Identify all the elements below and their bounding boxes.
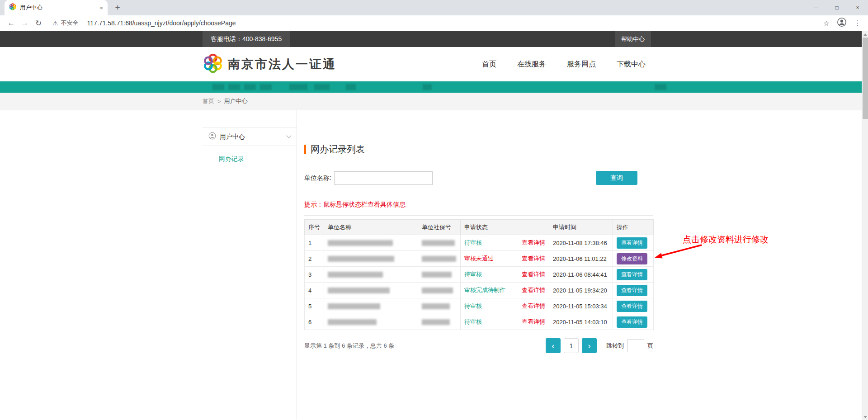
- records-summary: 显示第 1 条到 6 条记录，总共 6 条: [304, 342, 394, 350]
- window-maximize-button[interactable]: □: [826, 0, 847, 15]
- service-phone: 客服电话：400-838-6955: [203, 31, 290, 47]
- query-button[interactable]: 查询: [596, 171, 637, 185]
- status-text: 待审核: [464, 302, 482, 310]
- apply-time: 2020-11-08 17:38:46: [549, 235, 613, 251]
- scrollbar-up-icon[interactable]: [862, 31, 868, 38]
- tab-title: 用户中心: [20, 4, 96, 12]
- nav-item-online-services[interactable]: 在线服务: [517, 60, 546, 69]
- nav-item-download-center[interactable]: 下载中心: [617, 60, 646, 69]
- apply-time: 2020-11-05 19:34:20: [549, 283, 613, 298]
- prev-page-button[interactable]: ‹: [546, 338, 561, 353]
- jump-page-input[interactable]: [627, 340, 644, 352]
- col-ssn: 单位社保号: [418, 220, 461, 235]
- redacted-ssn: [422, 303, 450, 309]
- nav-item-service-outlets[interactable]: 服务网点: [567, 60, 596, 69]
- tab-close-icon[interactable]: ×: [99, 5, 103, 11]
- row-time: 2020-11-08 17:38:46: [553, 240, 607, 246]
- nav-item-home[interactable]: 首页: [482, 60, 496, 69]
- redacted-ssn: [422, 256, 456, 262]
- table-row: 3 待审核 查看详情 2020-11-06 08:44:41 查看详情: [305, 267, 654, 283]
- row-action-button[interactable]: 查看详情: [617, 285, 647, 296]
- redacted-company-name: [328, 319, 377, 325]
- scrollbar-down-icon[interactable]: [862, 414, 868, 420]
- table-row: 1 待审核 查看详情 2020-11-08 17:38:46 查看详情: [305, 235, 654, 251]
- back-icon[interactable]: ←: [5, 19, 18, 28]
- detail-link[interactable]: 查看详情: [522, 302, 545, 310]
- security-label: 不安全: [61, 19, 79, 27]
- new-tab-button[interactable]: +: [111, 1, 124, 14]
- site-favicon-icon: [9, 3, 16, 12]
- redacted-banner-block: [423, 84, 432, 90]
- window-close-button[interactable]: ×: [847, 0, 868, 15]
- page-number-button[interactable]: 1: [564, 338, 579, 353]
- col-index: 序号: [305, 220, 324, 235]
- table-header-row: 序号 单位名称 单位社保号 申请状态 申请时间 操作: [305, 220, 654, 235]
- pagination: ‹ 1 › 跳转到 页: [546, 338, 653, 353]
- browser-menu-icon[interactable]: ⋮: [854, 19, 861, 27]
- row-time: 2020-11-05 19:34:20: [553, 287, 607, 294]
- redacted-company-name: [328, 288, 390, 293]
- breadcrumb: 首页 > 用户中心: [0, 93, 862, 110]
- row-index: 4: [305, 283, 324, 298]
- row-action-button[interactable]: 修改资料: [617, 253, 647, 264]
- row-time: 2020-11-06 11:01:22: [553, 255, 607, 262]
- row-action-button[interactable]: 查看详情: [617, 269, 647, 280]
- table-row: 2 审核未通过 查看详情 2020-11-06 11:01:22 修改资料: [305, 251, 654, 267]
- company-name-input[interactable]: [334, 171, 433, 185]
- help-center-link[interactable]: 帮助中心: [615, 31, 651, 47]
- sidebar: 用户中心 网办记录: [203, 110, 297, 420]
- sidebar-title: 用户中心: [220, 133, 283, 141]
- divider: [304, 215, 653, 216]
- sidebar-user-center[interactable]: 用户中心: [203, 127, 297, 146]
- scrollbar-thumb[interactable]: [863, 38, 868, 119]
- redacted-banner-block: [655, 84, 666, 90]
- redacted-company-name: [328, 256, 394, 262]
- row-action-button[interactable]: 查看详情: [617, 301, 647, 312]
- apply-time: 2020-11-05 14:03:10: [549, 314, 613, 330]
- forward-icon[interactable]: →: [18, 19, 32, 28]
- site-header: 南京市法人一证通 首页 在线服务 服务网点 下载中心: [0, 47, 862, 81]
- apply-time: 2020-11-06 11:01:22: [549, 251, 613, 267]
- status-text: 审核未通过: [464, 255, 494, 263]
- redacted-banner-block: [346, 84, 356, 90]
- window-minimize-button[interactable]: ─: [806, 0, 826, 15]
- company-name-label: 单位名称:: [304, 174, 331, 182]
- browser-tab-strip: 用户中心 × + ─ □ ×: [0, 0, 868, 15]
- table-row: 5 待审核 查看详情 2020-11-05 15:03:34 查看详情: [305, 298, 654, 314]
- scrollbar[interactable]: [862, 31, 868, 420]
- next-page-button[interactable]: ›: [582, 338, 597, 353]
- status-text: 待审核: [464, 239, 482, 247]
- security-indicator[interactable]: ⚠ 不安全: [52, 19, 79, 27]
- detail-link[interactable]: 查看详情: [522, 286, 545, 294]
- url-text[interactable]: 117.71.58.71:68/uassp_njyzt/door/apply/c…: [87, 19, 236, 27]
- row-no: 5: [308, 303, 311, 310]
- redacted-ssn: [422, 272, 452, 278]
- detail-link[interactable]: 查看详情: [522, 270, 545, 278]
- browser-tab[interactable]: 用户中心 ×: [5, 0, 108, 15]
- hint-text: 提示：鼠标悬停状态栏查看具体信息: [304, 201, 659, 209]
- row-no: 1: [308, 240, 311, 246]
- col-status: 申请状态: [461, 220, 549, 235]
- url-divider: [83, 19, 83, 27]
- row-action-button[interactable]: 查看详情: [617, 237, 647, 249]
- bookmark-star-icon[interactable]: ☆: [823, 19, 830, 28]
- table-row: 6 待审核 查看详情 2020-11-05 14:03:10 查看详情: [305, 314, 654, 330]
- row-action-button[interactable]: 查看详情: [617, 316, 647, 328]
- row-time: 2020-11-06 08:44:41: [553, 271, 607, 278]
- redacted-company-name: [328, 303, 380, 309]
- detail-link[interactable]: 查看详情: [522, 318, 545, 326]
- breadcrumb-current: 用户中心: [224, 97, 248, 105]
- redacted-company-name: [328, 240, 393, 246]
- sidebar-item-online-records[interactable]: 网办记录: [219, 155, 297, 163]
- refresh-icon[interactable]: ↻: [32, 19, 45, 28]
- profile-avatar-icon[interactable]: [837, 17, 847, 29]
- detail-link[interactable]: 查看详情: [522, 255, 545, 263]
- page-title: 网办记录列表: [311, 143, 365, 156]
- row-index: 3: [305, 267, 324, 283]
- col-company-name: 单位名称: [324, 220, 418, 235]
- address-bar: ← → ↻ ⚠ 不安全 117.71.58.71:68/uassp_njyzt/…: [0, 15, 868, 31]
- status-text: 待审核: [464, 270, 482, 278]
- redacted-banner-block: [228, 84, 240, 90]
- detail-link[interactable]: 查看详情: [522, 239, 545, 247]
- breadcrumb-home[interactable]: 首页: [203, 97, 214, 105]
